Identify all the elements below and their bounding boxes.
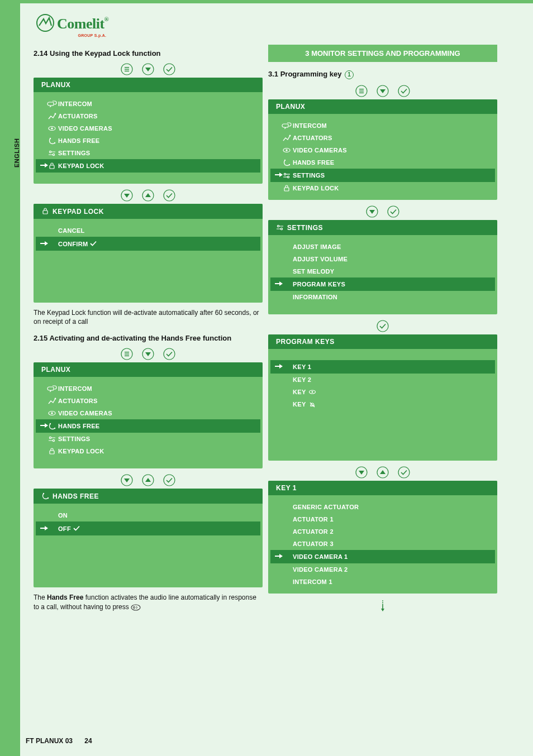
intercom-icon	[283, 122, 291, 130]
option-on[interactable]: ON	[36, 509, 260, 521]
menu-item-actuators[interactable]: ACTUATORS	[270, 132, 495, 144]
menu-item-video-cameras[interactable]: VIDEO CAMERAS	[270, 144, 495, 156]
menu-item-actuators[interactable]: ACTUATORS	[36, 110, 260, 122]
program-keys-key2[interactable]: KEY 2	[270, 374, 495, 386]
brand-logo: Comelit® GROUP S.p.A.	[36, 13, 108, 37]
arrow-right-icon	[40, 525, 48, 532]
page-footer: FT PLANUX 03 24	[26, 737, 92, 745]
hands-free-panel: HANDS FREE ON OFF	[34, 489, 263, 587]
planux-menu-panel-2: PLANUX INTERCOM ACTUATORS VIDEO CAMERAS …	[34, 362, 263, 468]
handsfree-icon	[283, 159, 291, 166]
menu-item-keypad-lock[interactable]: KEYPAD LOCK	[36, 445, 260, 457]
key1-actuator-2[interactable]: ACTUATOR 2	[270, 525, 495, 538]
nav-icons-7	[268, 320, 497, 332]
key1-video-camera-1[interactable]: VIDEO CAMERA 1	[270, 550, 495, 563]
nav-icons-5	[268, 85, 497, 97]
keypad-lock-panel: KEYPAD LOCK CANCEL CONFIRM	[34, 204, 263, 303]
program-keys-key-bell[interactable]: KEY	[270, 398, 495, 410]
key1-actuator-1[interactable]: ACTUATOR 1	[270, 513, 495, 525]
settings-information[interactable]: INFORMATION	[270, 291, 495, 303]
language-tab: ENGLISH	[13, 138, 20, 168]
camera-icon	[48, 409, 56, 417]
arrow-right-icon	[275, 363, 283, 370]
speak-icon	[131, 604, 141, 613]
option-off[interactable]: OFF	[36, 521, 260, 535]
menu-item-video-cameras[interactable]: VIDEO CAMERAS	[36, 122, 260, 135]
menu-item-intercom[interactable]: INTERCOM	[36, 382, 260, 395]
top-band	[0, 0, 533, 3]
up-icon	[142, 189, 154, 202]
actuators-icon	[283, 134, 291, 142]
section-3-1-title: 3.1 Programming key 1	[268, 70, 497, 79]
settings-panel: SETTINGS ADJUST IMAGE ADJUST VOLUME SET …	[268, 220, 497, 314]
down-icon	[377, 85, 389, 97]
settings-adjust-volume[interactable]: ADJUST VOLUME	[270, 253, 495, 265]
section-2-15-title: 2.15 Activating and de-activating the Ha…	[34, 334, 263, 342]
settings-icon	[48, 149, 56, 157]
handsfree-icon	[48, 137, 56, 145]
nav-icons-6	[268, 205, 497, 218]
page-number: 24	[84, 737, 92, 745]
settings-set-melody[interactable]: SET MELODY	[270, 265, 495, 277]
hands-free-header: HANDS FREE	[34, 489, 263, 504]
menu-item-keypad-lock[interactable]: KEYPAD LOCK	[36, 159, 260, 173]
bell-icon	[308, 401, 316, 408]
nav-icons-2	[34, 189, 263, 202]
key1-generic-actuator[interactable]: GENERIC ACTUATOR	[270, 501, 495, 513]
key1-actuator-3[interactable]: ACTUATOR 3	[270, 538, 495, 550]
handsfree-icon	[48, 422, 56, 430]
settings-adjust-image[interactable]: ADJUST IMAGE	[270, 241, 495, 253]
program-keys-panel: PROGRAM KEYS KEY 1 KEY 2 KEY KEY	[268, 334, 497, 461]
settings-program-keys[interactable]: PROGRAM KEYS	[270, 277, 495, 291]
menu-item-hands-free[interactable]: HANDS FREE	[36, 419, 260, 433]
confirm-icon	[163, 63, 175, 75]
nav-icons-4	[34, 474, 263, 486]
key-number-badge: 1	[345, 70, 354, 79]
actuators-icon	[48, 112, 56, 120]
key1-intercom-1[interactable]: INTERCOM 1	[270, 576, 495, 588]
arrow-right-icon	[40, 162, 48, 169]
check-icon	[88, 241, 97, 247]
section-3-header: 3 MONITOR SETTINGS AND PROGRAMMING	[268, 45, 497, 62]
arrow-right-icon	[40, 423, 48, 429]
up-icon	[142, 474, 154, 486]
menu-item-actuators[interactable]: ACTUATORS	[36, 395, 260, 407]
nav-icons-3	[34, 348, 263, 360]
lock-icon	[48, 162, 56, 170]
down-icon	[355, 466, 368, 479]
option-confirm[interactable]: CONFIRM	[36, 237, 260, 251]
arrow-right-icon	[40, 241, 48, 247]
key1-video-camera-2[interactable]: VIDEO CAMERA 2	[270, 563, 495, 576]
note-2-15: The Hands Free function activates the au…	[34, 593, 263, 613]
doc-code: FT PLANUX 03	[26, 737, 73, 745]
menu-icon	[121, 348, 133, 360]
intercom-icon	[48, 100, 56, 108]
actuators-icon	[48, 397, 56, 405]
planux-menu-panel-1: PLANUX INTERCOM ACTUATORS VIDEO CAMERAS …	[34, 78, 263, 184]
camera-icon	[283, 146, 291, 154]
program-keys-key1[interactable]: KEY 1	[270, 360, 495, 374]
menu-item-intercom[interactable]: INTERCOM	[270, 119, 495, 132]
confirm-icon	[398, 466, 410, 479]
menu-item-video-cameras[interactable]: VIDEO CAMERAS	[36, 407, 260, 419]
menu-icon	[355, 85, 368, 97]
menu-item-settings[interactable]: SETTINGS	[36, 433, 260, 445]
confirm-icon	[163, 474, 175, 486]
down-icon	[366, 205, 378, 218]
menu-item-settings[interactable]: SETTINGS	[270, 169, 495, 182]
lock-icon	[283, 184, 291, 192]
option-cancel[interactable]: CANCEL	[36, 224, 260, 237]
arrow-right-icon	[275, 281, 283, 288]
up-icon	[377, 466, 389, 479]
menu-item-keypad-lock[interactable]: KEYPAD LOCK	[270, 182, 495, 194]
menu-item-settings[interactable]: SETTINGS	[36, 147, 260, 159]
planux-header: PLANUX	[34, 362, 263, 377]
check-icon	[71, 525, 80, 532]
menu-item-hands-free[interactable]: HANDS FREE	[270, 156, 495, 169]
nav-icons-8	[268, 466, 497, 479]
nav-icons-1	[34, 63, 263, 75]
menu-item-intercom[interactable]: INTERCOM	[36, 98, 260, 110]
program-keys-key-eye[interactable]: KEY	[270, 386, 495, 398]
menu-item-hands-free[interactable]: HANDS FREE	[36, 135, 260, 147]
confirm-icon	[163, 348, 175, 360]
